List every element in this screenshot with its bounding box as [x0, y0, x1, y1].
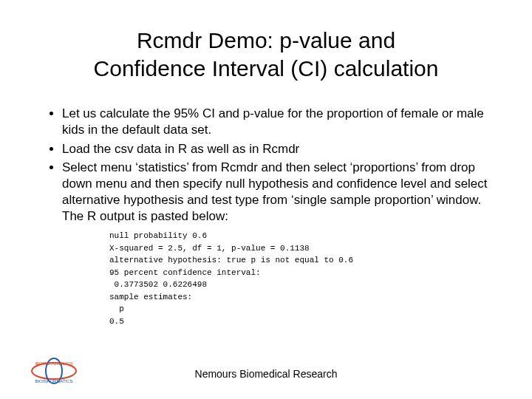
title-line-1: Rcmdr Demo: p-value and [137, 28, 395, 52]
logo-top-text: SCITAMROFNIOIB [35, 361, 72, 366]
code-line: 0.3773502 0.6226498 [109, 280, 207, 289]
list-item: Select menu ‘statistics’ from Rcmdr and … [62, 160, 491, 224]
code-line: p [109, 304, 124, 313]
code-line: null probability 0.6 [109, 231, 207, 240]
slide-title: Rcmdr Demo: p-value and Confidence Inter… [41, 27, 491, 82]
code-line: X-squared = 2.5, df = 1, p-value = 0.113… [109, 244, 310, 253]
code-output: null probability 0.6 X-squared = 2.5, df… [109, 230, 491, 327]
code-line: sample estimates: [109, 293, 192, 301]
list-item: Load the csv data in R as well as in Rcm… [62, 141, 491, 157]
bullet-list: Let us calculate the 95% CI and p-value … [41, 106, 491, 224]
code-line: 95 percent confidence interval: [109, 268, 261, 277]
footer-text: Nemours Biomedical Research [0, 368, 532, 380]
title-line-2: Confidence Interval (CI) calculation [94, 56, 439, 81]
code-line: alternative hypothesis: true p is not eq… [109, 256, 353, 265]
slide: Rcmdr Demo: p-value and Confidence Inter… [0, 0, 532, 399]
code-line: 0.5 [109, 317, 124, 326]
list-item: Let us calculate the 95% CI and p-value … [62, 106, 491, 138]
